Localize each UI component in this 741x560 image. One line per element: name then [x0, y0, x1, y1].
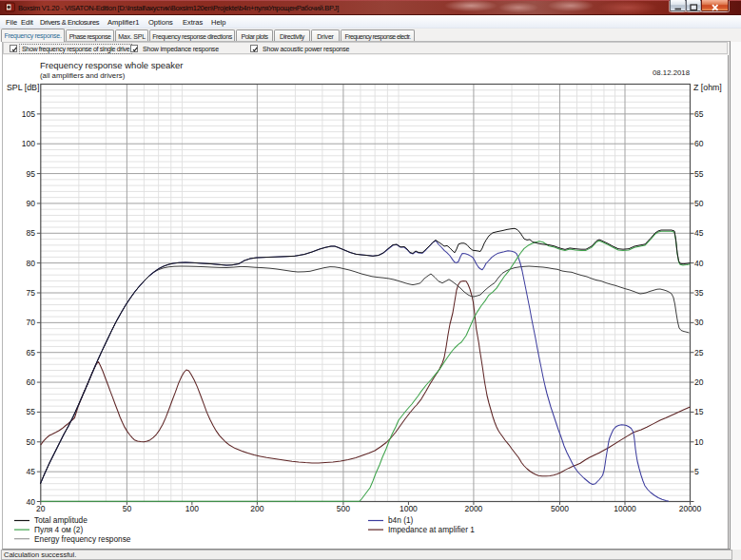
svg-text:20000: 20000 — [679, 504, 702, 513]
svg-text:Пуля 4 ом (2): Пуля 4 ом (2) — [34, 525, 83, 534]
svg-text:65: 65 — [27, 348, 36, 357]
svg-text:95: 95 — [27, 169, 36, 179]
svg-text:105: 105 — [22, 109, 35, 119]
svg-text:60: 60 — [27, 377, 36, 387]
svg-text:90: 90 — [27, 199, 36, 208]
svg-text:Energy frequency response: Energy frequency response — [34, 534, 131, 544]
svg-text:75: 75 — [27, 288, 36, 298]
svg-text:10: 10 — [694, 437, 704, 447]
svg-text:Total amplitude: Total amplitude — [34, 515, 88, 525]
svg-text:70: 70 — [27, 318, 36, 327]
svg-text:200: 200 — [250, 504, 263, 513]
svg-text:SPL [dB]: SPL [dB] — [7, 83, 39, 92]
svg-text:25: 25 — [694, 348, 704, 357]
svg-text:500: 500 — [337, 504, 350, 513]
svg-text:85: 85 — [27, 228, 36, 238]
svg-text:35: 35 — [694, 288, 704, 298]
svg-text:40: 40 — [694, 259, 704, 268]
svg-text:1000: 1000 — [400, 504, 418, 513]
svg-text:55: 55 — [694, 169, 704, 179]
svg-text:2000: 2000 — [464, 504, 482, 513]
svg-text:100: 100 — [185, 504, 199, 513]
svg-text:50: 50 — [123, 504, 132, 513]
svg-text:20: 20 — [694, 377, 704, 387]
svg-text:50: 50 — [694, 199, 704, 208]
svg-text:60: 60 — [694, 139, 704, 148]
svg-text:5: 5 — [694, 467, 699, 476]
svg-text:10000: 10000 — [614, 504, 636, 513]
svg-text:20: 20 — [36, 504, 46, 513]
svg-text:b4n (1): b4n (1) — [388, 515, 414, 525]
svg-text:55: 55 — [27, 407, 36, 416]
svg-text:15: 15 — [694, 407, 704, 416]
svg-text:50: 50 — [27, 437, 36, 447]
svg-text:100: 100 — [22, 139, 35, 148]
svg-text:5000: 5000 — [551, 504, 569, 513]
svg-text:80: 80 — [27, 259, 36, 268]
svg-text:45: 45 — [27, 467, 36, 476]
svg-text:Z [ohm]: Z [ohm] — [693, 83, 722, 92]
svg-text:65: 65 — [694, 109, 704, 119]
svg-text:Impedance at amplifier 1: Impedance at amplifier 1 — [388, 525, 475, 534]
svg-text:45: 45 — [694, 228, 704, 238]
svg-text:30: 30 — [694, 318, 704, 327]
svg-text:40: 40 — [27, 497, 36, 507]
